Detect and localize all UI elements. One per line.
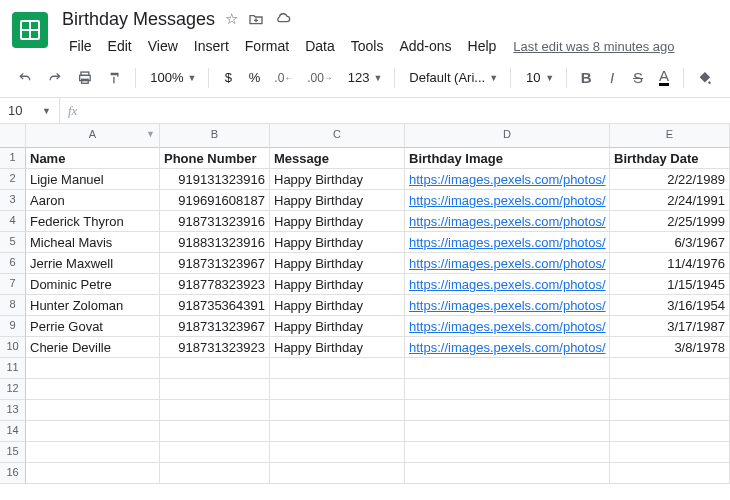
empty-cell[interactable] xyxy=(270,421,405,442)
cell-message[interactable]: Happy Birthday xyxy=(270,274,405,295)
cell-image-link[interactable]: https://images.pexels.com/photos/ xyxy=(405,211,610,232)
cell-message[interactable]: Happy Birthday xyxy=(270,295,405,316)
cell-image-link[interactable]: https://images.pexels.com/photos/ xyxy=(405,190,610,211)
italic-button[interactable]: I xyxy=(601,66,623,90)
cell-message[interactable]: Happy Birthday xyxy=(270,190,405,211)
column-header-c[interactable]: C xyxy=(270,124,405,148)
cell-phone[interactable]: 918731323923 xyxy=(160,337,270,358)
undo-button[interactable] xyxy=(12,66,38,90)
cell-name[interactable]: Federick Thyron xyxy=(26,211,160,232)
empty-cell[interactable] xyxy=(270,400,405,421)
strikethrough-button[interactable]: S xyxy=(627,66,649,90)
column-header-b[interactable]: B xyxy=(160,124,270,148)
empty-cell[interactable] xyxy=(160,421,270,442)
row-header[interactable]: 14 xyxy=(0,421,26,442)
menu-data[interactable]: Data xyxy=(298,34,342,58)
cell-phone[interactable]: 918731323967 xyxy=(160,316,270,337)
cell-message[interactable]: Happy Birthday xyxy=(270,211,405,232)
header-cell[interactable]: Message xyxy=(270,148,405,169)
star-icon[interactable]: ☆ xyxy=(225,10,238,28)
cell-date[interactable]: 3/8/1978 xyxy=(610,337,730,358)
cell-name[interactable]: Perrie Govat xyxy=(26,316,160,337)
cell-image-link[interactable]: https://images.pexels.com/photos/ xyxy=(405,274,610,295)
header-cell[interactable]: Name xyxy=(26,148,160,169)
empty-cell[interactable] xyxy=(405,421,610,442)
cell-phone[interactable]: 918731323916 xyxy=(160,211,270,232)
cloud-status-icon[interactable] xyxy=(274,11,292,27)
menu-edit[interactable]: Edit xyxy=(101,34,139,58)
cell-image-link[interactable]: https://images.pexels.com/photos/ xyxy=(405,337,610,358)
cell-name[interactable]: Micheal Mavis xyxy=(26,232,160,253)
cell-message[interactable]: Happy Birthday xyxy=(270,253,405,274)
empty-cell[interactable] xyxy=(405,442,610,463)
currency-button[interactable]: $ xyxy=(217,66,239,90)
empty-cell[interactable] xyxy=(270,442,405,463)
name-box[interactable]: 10▼ xyxy=(0,98,60,123)
move-icon[interactable] xyxy=(248,11,264,27)
empty-cell[interactable] xyxy=(160,463,270,484)
row-header[interactable]: 10 xyxy=(0,337,26,358)
row-header[interactable]: 16 xyxy=(0,463,26,484)
corner-select-all[interactable] xyxy=(0,124,26,148)
document-title[interactable]: Birthday Messages xyxy=(62,9,215,30)
empty-cell[interactable] xyxy=(405,463,610,484)
formula-input[interactable] xyxy=(85,98,730,123)
paint-format-button[interactable] xyxy=(101,66,127,90)
menu-tools[interactable]: Tools xyxy=(344,34,391,58)
sheets-logo[interactable] xyxy=(12,12,48,48)
cell-date[interactable]: 2/24/1991 xyxy=(610,190,730,211)
row-header[interactable]: 1 xyxy=(0,148,26,169)
redo-button[interactable] xyxy=(42,66,68,90)
column-dropdown-icon[interactable]: ▼ xyxy=(146,129,155,139)
empty-cell[interactable] xyxy=(405,358,610,379)
cell-name[interactable]: Ligie Manuel xyxy=(26,169,160,190)
cell-image-link[interactable]: https://images.pexels.com/photos/ xyxy=(405,295,610,316)
menu-insert[interactable]: Insert xyxy=(187,34,236,58)
empty-cell[interactable] xyxy=(270,358,405,379)
cell-date[interactable]: 3/16/1954 xyxy=(610,295,730,316)
header-cell[interactable]: Birthday Date xyxy=(610,148,730,169)
row-header[interactable]: 5 xyxy=(0,232,26,253)
empty-cell[interactable] xyxy=(610,400,730,421)
cell-image-link[interactable]: https://images.pexels.com/photos/ xyxy=(405,253,610,274)
empty-cell[interactable] xyxy=(610,421,730,442)
empty-cell[interactable] xyxy=(270,463,405,484)
last-edit-link[interactable]: Last edit was 8 minutes ago xyxy=(513,39,674,54)
cell-phone[interactable]: 919131323916 xyxy=(160,169,270,190)
empty-cell[interactable] xyxy=(26,421,160,442)
empty-cell[interactable] xyxy=(405,400,610,421)
cell-image-link[interactable]: https://images.pexels.com/photos/ xyxy=(405,316,610,337)
empty-cell[interactable] xyxy=(26,463,160,484)
cell-message[interactable]: Happy Birthday xyxy=(270,337,405,358)
empty-cell[interactable] xyxy=(26,358,160,379)
decrease-decimal-button[interactable]: .0← xyxy=(269,66,298,90)
row-header[interactable]: 7 xyxy=(0,274,26,295)
column-header-e[interactable]: E xyxy=(610,124,730,148)
cell-message[interactable]: Happy Birthday xyxy=(270,169,405,190)
percent-button[interactable]: % xyxy=(243,66,265,90)
cell-phone[interactable]: 918731323967 xyxy=(160,253,270,274)
more-formats-button[interactable]: 123▼ xyxy=(342,68,387,87)
menu-format[interactable]: Format xyxy=(238,34,296,58)
menu-file[interactable]: File xyxy=(62,34,99,58)
empty-cell[interactable] xyxy=(26,442,160,463)
empty-cell[interactable] xyxy=(160,379,270,400)
empty-cell[interactable] xyxy=(610,442,730,463)
cell-name[interactable]: Jerrie Maxwell xyxy=(26,253,160,274)
row-header[interactable]: 15 xyxy=(0,442,26,463)
cell-date[interactable]: 2/22/1989 xyxy=(610,169,730,190)
zoom-select[interactable]: 100%▼ xyxy=(144,68,200,87)
cell-phone[interactable]: 919691608187 xyxy=(160,190,270,211)
cell-phone[interactable]: 918831323916 xyxy=(160,232,270,253)
column-header-d[interactable]: D xyxy=(405,124,610,148)
empty-cell[interactable] xyxy=(26,400,160,421)
cell-date[interactable]: 3/17/1987 xyxy=(610,316,730,337)
empty-cell[interactable] xyxy=(610,379,730,400)
cell-name[interactable]: Hunter Zoloman xyxy=(26,295,160,316)
fill-color-button[interactable] xyxy=(692,66,718,90)
row-header[interactable]: 3 xyxy=(0,190,26,211)
empty-cell[interactable] xyxy=(270,379,405,400)
empty-cell[interactable] xyxy=(610,358,730,379)
font-select[interactable]: Default (Ari...▼ xyxy=(403,68,502,87)
cell-phone[interactable]: 918778323923 xyxy=(160,274,270,295)
